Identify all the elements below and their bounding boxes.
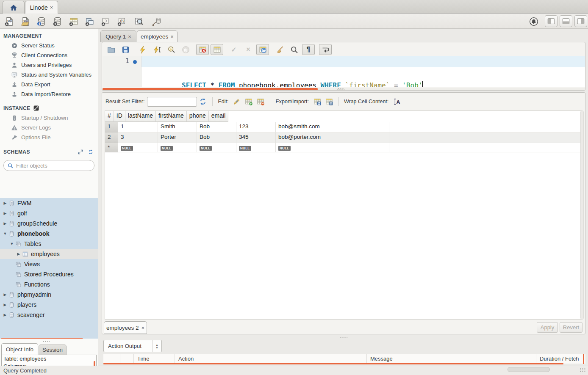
management-item[interactable]: Status and System Variables	[0, 70, 98, 80]
wrap-cell-content-button[interactable]	[391, 96, 403, 107]
toggle-word-wrap-button[interactable]	[319, 44, 332, 55]
schema-inspector-button[interactable]	[36, 16, 47, 27]
new-sql-tab-button[interactable]	[3, 16, 15, 27]
find-button[interactable]	[288, 44, 300, 55]
management-item[interactable]: Client Connections	[0, 50, 98, 60]
column-header[interactable]: phone	[187, 111, 209, 122]
output-vertical-scrollbar[interactable]	[583, 354, 584, 364]
tree-item[interactable]: Views	[0, 259, 98, 269]
column-header[interactable]: lastName	[125, 111, 156, 122]
cell-phone[interactable]: 123	[236, 122, 276, 132]
save-script-button[interactable]	[119, 44, 132, 55]
reconnect-dbms-button[interactable]	[151, 16, 163, 27]
window-resize-grip[interactable]	[580, 367, 586, 373]
tree-item[interactable]: ▼ Tables	[0, 239, 98, 249]
result-filter-input[interactable]	[147, 97, 197, 107]
revert-button[interactable]: Revert	[560, 322, 582, 333]
delete-row-button[interactable]	[255, 96, 266, 107]
select-stepper[interactable]: ▲ ▼	[152, 340, 161, 352]
commit-button[interactable]: ✓	[227, 44, 240, 55]
management-item[interactable]: Server Status	[0, 41, 98, 50]
tree-expander-icon[interactable]: ▶	[3, 313, 8, 317]
cell-email[interactable]: bob@smith.com	[276, 122, 389, 132]
tree-expander-icon[interactable]: ▼	[3, 232, 8, 236]
management-item[interactable]: Users and Privileges	[0, 60, 98, 70]
create-function-button[interactable]	[116, 16, 128, 27]
search-table-data-button[interactable]	[133, 16, 145, 27]
management-item[interactable]: Data Import/Restore	[0, 89, 98, 99]
tab-result-set[interactable]: employees 2 ×	[104, 321, 147, 334]
cell-id[interactable]: 1	[118, 122, 158, 132]
tab-object-info[interactable]: Object Info	[1, 343, 38, 355]
expand-schemas-icon[interactable]	[78, 149, 83, 155]
refresh-results-button[interactable]	[197, 96, 209, 107]
tree-item[interactable]: ▶ phpmyadmin	[0, 290, 98, 300]
table-row[interactable]: 2 3 Porter Bob 345 bob@porter.com	[105, 132, 582, 143]
cell-null[interactable]: NULL	[118, 143, 158, 152]
tree-expander-icon[interactable]: ▶	[16, 252, 21, 256]
toggle-invisible-characters-button[interactable]: ¶	[302, 44, 315, 55]
create-schema-button[interactable]	[52, 16, 64, 27]
management-item[interactable]: Data Export	[0, 80, 98, 89]
tree-expander-icon[interactable]: ▶	[3, 221, 8, 226]
output-horizontal-scrollbar[interactable]	[103, 363, 563, 364]
rollback-button[interactable]: ×	[242, 44, 255, 55]
tree-item[interactable]: ▶ employees	[0, 249, 98, 259]
refresh-schemas-icon[interactable]	[88, 149, 94, 155]
panel-splitter-grip[interactable]	[337, 88, 344, 90]
sql-code-area[interactable]: 1 SELECT * FROM phonebook.employees WHER…	[103, 56, 585, 87]
bottom-scrollbar-thumb[interactable]	[508, 367, 550, 372]
create-view-button[interactable]	[84, 16, 96, 27]
tree-item[interactable]: ▶ golf	[0, 208, 98, 218]
tree-expander-icon[interactable]: ▶	[3, 292, 8, 297]
instance-item[interactable]: Startup / Shutdown	[0, 113, 98, 123]
limit-rows-button[interactable]	[211, 44, 223, 55]
tab-query1[interactable]: Query 1 ×	[100, 30, 136, 42]
tree-item[interactable]: ▶ groupSchedule	[0, 218, 98, 229]
cell-null[interactable]: NULL	[158, 143, 197, 152]
tab-session[interactable]: Session	[39, 345, 67, 355]
notifications-button[interactable]	[528, 16, 540, 27]
execute-current-statement-button[interactable]	[150, 44, 163, 55]
column-header[interactable]: firstName	[156, 111, 187, 122]
cell-email[interactable]: bob@porter.com	[276, 132, 389, 143]
beautify-script-button[interactable]	[273, 44, 286, 55]
tree-item[interactable]: ▶ FWM	[0, 198, 98, 208]
sql-statement[interactable]: SELECT * FROM phonebook.employees WHERE …	[149, 57, 423, 87]
new-row-placeholder[interactable]: * NULL NULL NULL NULL NULL	[105, 143, 582, 152]
home-tab[interactable]	[3, 1, 25, 14]
import-records-button[interactable]	[323, 96, 335, 107]
close-icon[interactable]: ×	[170, 33, 174, 40]
column-header[interactable]: ID	[114, 111, 125, 122]
execute-button[interactable]	[136, 44, 149, 55]
insert-row-button[interactable]	[243, 96, 255, 107]
tree-horizontal-scrollbar[interactable]	[1, 338, 83, 339]
tab-employees[interactable]: employees ×	[137, 30, 178, 42]
sidebar-splitter[interactable]	[0, 339, 98, 343]
cell-lastname[interactable]: Smith	[158, 122, 197, 132]
tree-item[interactable]: Functions	[0, 279, 98, 290]
toggle-left-sidebar-button[interactable]	[545, 15, 557, 27]
explain-plan-button[interactable]	[165, 44, 178, 55]
tree-item[interactable]: ▶ scavenger	[0, 310, 98, 320]
close-icon[interactable]: ×	[128, 33, 131, 40]
schema-filter-input[interactable]	[16, 163, 84, 169]
cell-firstname[interactable]: Bob	[197, 122, 236, 132]
tree-item[interactable]: ▶ players	[0, 300, 98, 310]
tree-expander-icon[interactable]: ▶	[3, 211, 8, 215]
connection-tab[interactable]: Linode ×	[25, 1, 58, 14]
toggle-stop-on-error-button[interactable]	[196, 44, 209, 55]
tree-expander-icon[interactable]: ▶	[3, 201, 8, 205]
export-recordset-button[interactable]	[311, 96, 323, 107]
cell-null[interactable]: NULL	[197, 143, 236, 152]
cell-lastname[interactable]: Porter	[158, 132, 197, 143]
toggle-right-sidebar-button[interactable]	[574, 15, 587, 27]
cell-null[interactable]: NULL	[276, 143, 389, 152]
table-row[interactable]: 1 1 Smith Bob 123 bob@smith.com	[105, 122, 582, 132]
cell-firstname[interactable]: Bob	[197, 132, 236, 143]
tree-expander-icon[interactable]: ▼	[9, 242, 14, 246]
tree-expander-icon[interactable]: ▶	[3, 303, 8, 307]
create-table-button[interactable]	[68, 16, 80, 27]
apply-button[interactable]: Apply	[537, 322, 558, 333]
toggle-autocommit-button[interactable]	[256, 44, 269, 55]
